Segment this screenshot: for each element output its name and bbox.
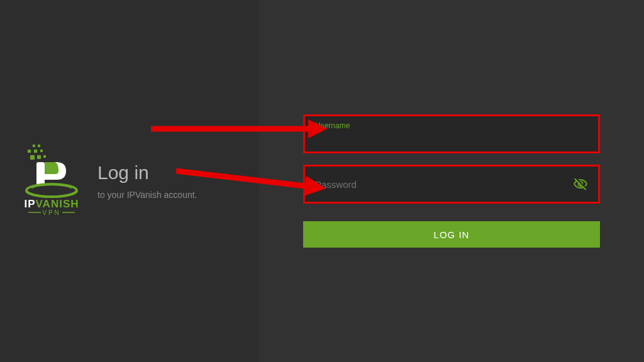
brand-vanish: VANISH (36, 198, 79, 210)
svg-rect-1 (38, 145, 40, 147)
login-title: Log in (97, 162, 197, 184)
svg-text:IPVANISH: IPVANISH (24, 198, 79, 210)
svg-rect-3 (34, 150, 37, 153)
svg-rect-5 (30, 155, 35, 160)
eye-off-icon[interactable] (573, 177, 588, 192)
username-field-wrapper[interactable]: Username (303, 114, 600, 153)
username-input[interactable] (315, 131, 588, 142)
svg-rect-7 (43, 155, 46, 158)
login-button[interactable]: LOG IN (303, 221, 600, 248)
heading-block: Log in to your IPVanish account. (97, 162, 197, 200)
login-subtitle: to your IPVanish account. (97, 190, 197, 200)
svg-rect-0 (33, 145, 35, 147)
login-screen: IPVANISH VPN Log in to your IPVanish acc… (0, 0, 644, 362)
brand-vpn: VPN (42, 209, 61, 216)
ipvanish-logo-icon: IPVANISH VPN (19, 143, 85, 219)
brand-ip: IP (24, 198, 35, 210)
left-panel: IPVANISH VPN Log in to your IPVanish acc… (0, 0, 259, 362)
svg-rect-4 (40, 150, 43, 152)
right-panel: Username LOG IN (259, 0, 644, 362)
svg-rect-6 (37, 155, 41, 159)
logo-block: IPVANISH VPN Log in to your IPVanish acc… (19, 143, 197, 219)
svg-rect-2 (28, 150, 31, 153)
svg-rect-8 (36, 162, 45, 186)
password-input[interactable] (315, 179, 573, 190)
password-field-wrapper[interactable] (303, 165, 600, 204)
username-label: Username (315, 121, 350, 130)
